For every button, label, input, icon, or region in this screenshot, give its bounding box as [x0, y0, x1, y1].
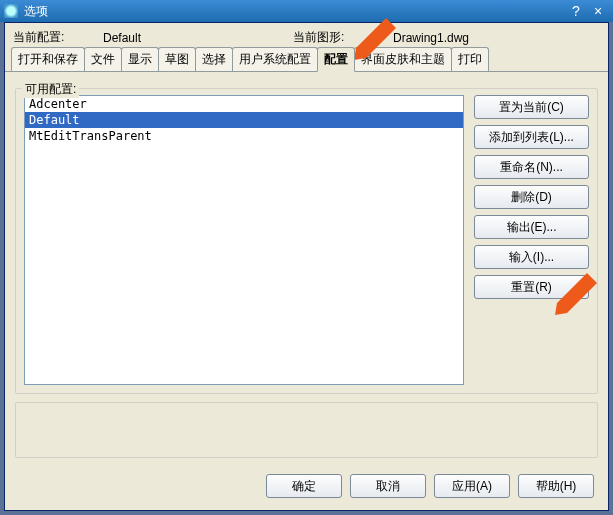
tab-0[interactable]: 打开和保存: [11, 47, 85, 71]
tab-3[interactable]: 草图: [158, 47, 196, 71]
current-profile-label: 当前配置:: [13, 29, 103, 46]
reset-button[interactable]: 重置(R): [474, 275, 589, 299]
import-button[interactable]: 输入(I)...: [474, 245, 589, 269]
add-to-list-button[interactable]: 添加到列表(L)...: [474, 125, 589, 149]
delete-button[interactable]: 删除(D): [474, 185, 589, 209]
help-button[interactable]: ?: [565, 4, 587, 18]
tab-7[interactable]: 界面皮肤和主题: [354, 47, 452, 71]
window-title: 选项: [24, 3, 565, 20]
export-button[interactable]: 输出(E)...: [474, 215, 589, 239]
window-body: 当前配置: Default 当前图形: Drawing1.dwg 打开和保存文件…: [4, 22, 609, 511]
profiles-group-label: 可用配置:: [22, 81, 79, 98]
rename-button[interactable]: 重命名(N)...: [474, 155, 589, 179]
list-item[interactable]: Adcenter: [25, 96, 463, 112]
tab-1[interactable]: 文件: [84, 47, 122, 71]
titlebar: 选项 ? ×: [0, 0, 613, 22]
apply-button[interactable]: 应用(A): [434, 474, 510, 498]
tab-5[interactable]: 用户系统配置: [232, 47, 318, 71]
help-button-bottom[interactable]: 帮助(H): [518, 474, 594, 498]
cancel-button[interactable]: 取消: [350, 474, 426, 498]
tab-4[interactable]: 选择: [195, 47, 233, 71]
tab-bar: 打开和保存文件显示草图选择用户系统配置配置界面皮肤和主题打印: [5, 50, 608, 72]
tab-2[interactable]: 显示: [121, 47, 159, 71]
profiles-listbox[interactable]: AdcenterDefaultMtEditTransParent: [24, 95, 464, 385]
dialog-buttons: 确定 取消 应用(A) 帮助(H): [266, 474, 594, 498]
list-item[interactable]: Default: [25, 112, 463, 128]
list-item[interactable]: MtEditTransParent: [25, 128, 463, 144]
profiles-group: 可用配置: AdcenterDefaultMtEditTransParent 置…: [15, 88, 598, 394]
current-drawing-value: Drawing1.dwg: [393, 31, 469, 45]
ok-button[interactable]: 确定: [266, 474, 342, 498]
close-button[interactable]: ×: [587, 4, 609, 18]
tab-6[interactable]: 配置: [317, 47, 355, 72]
set-current-button[interactable]: 置为当前(C): [474, 95, 589, 119]
app-icon: [4, 4, 18, 18]
tab-content: 可用配置: AdcenterDefaultMtEditTransParent 置…: [5, 72, 608, 464]
tab-8[interactable]: 打印: [451, 47, 489, 71]
profile-buttons: 置为当前(C) 添加到列表(L)... 重命名(N)... 删除(D) 输出(E…: [474, 95, 589, 385]
info-row: 当前配置: Default 当前图形: Drawing1.dwg: [5, 23, 608, 50]
current-profile-value: Default: [103, 31, 293, 45]
lower-group: [15, 402, 598, 458]
current-drawing-label: 当前图形:: [293, 29, 393, 46]
